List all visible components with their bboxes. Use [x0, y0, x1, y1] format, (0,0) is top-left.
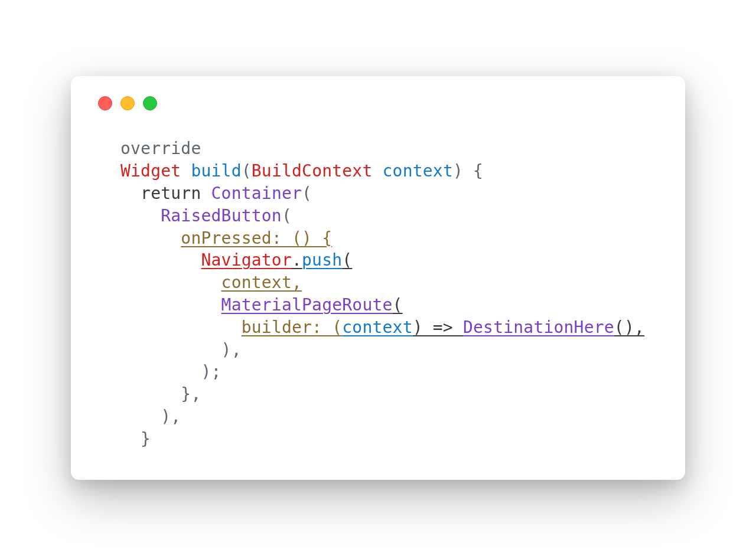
code-block: override Widget build(BuildContext conte…	[94, 138, 662, 450]
code-window: override Widget build(BuildContext conte…	[71, 76, 685, 479]
token-buildcontext: BuildContext	[252, 161, 373, 181]
close-icon[interactable]	[98, 96, 112, 110]
token-container: Container	[211, 184, 302, 203]
token-context-arg: context,	[221, 273, 302, 292]
token-override: override	[120, 139, 201, 158]
maximize-icon[interactable]	[143, 96, 157, 110]
token-push: push	[302, 250, 342, 270]
token-build: build	[191, 161, 241, 181]
token-raisedbutton: RaisedButton	[161, 206, 282, 225]
token-widget: Widget	[120, 161, 181, 181]
token-navigator: Navigator	[201, 250, 292, 270]
token-materialpageroute: MaterialPageRoute	[221, 295, 393, 315]
token-context: context	[383, 161, 453, 181]
token-builder: builder: (	[242, 318, 343, 337]
window-title-bar	[94, 96, 662, 110]
minimize-icon[interactable]	[120, 96, 135, 110]
token-onpressed: onPressed: () {	[181, 228, 332, 248]
token-destinationhere: DestinationHere	[463, 318, 614, 337]
